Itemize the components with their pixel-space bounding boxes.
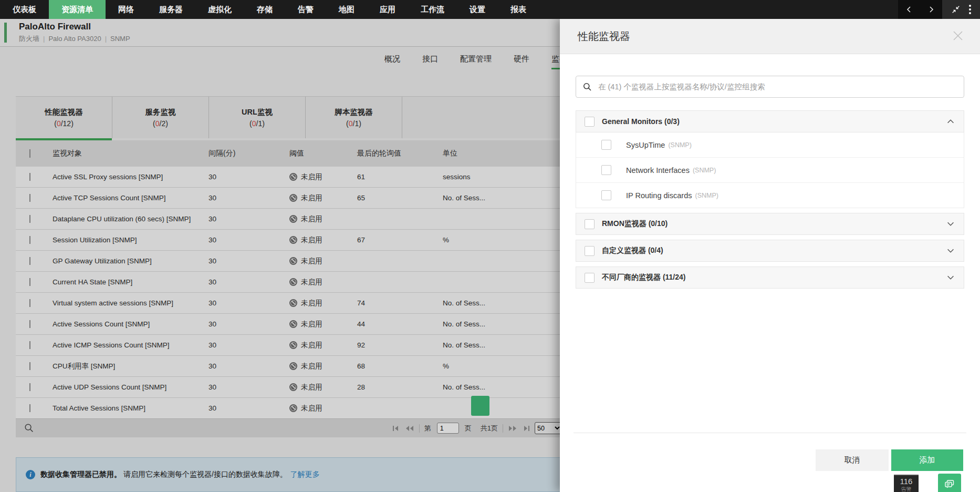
nav-icon-block	[942, 0, 980, 19]
monitor-group: 自定义监视器 (0/4)	[576, 240, 964, 262]
monitor-group: RMON监视器 (0/10)	[576, 213, 964, 235]
monitor-item-checkbox[interactable]	[601, 165, 611, 175]
kebab-menu-icon[interactable]	[969, 5, 971, 14]
close-icon	[951, 29, 965, 43]
nav-item[interactable]: 报表	[498, 0, 539, 19]
monitor-search	[576, 76, 964, 98]
chevron-down-icon[interactable]	[946, 219, 955, 229]
top-nav: 仪表板资源清单网络服务器虚拟化存储告警地图应用工作流设置报表	[0, 0, 980, 19]
monitor-group-header[interactable]: 不同厂商的监视器 (11/24)	[576, 266, 964, 289]
monitor-group-header[interactable]: General Monitors (0/3)	[576, 110, 964, 132]
monitor-groups: General Monitors (0/3)SysUpTime(SNMP)Net…	[576, 110, 964, 293]
group-label: 自定义监视器 (0/4)	[602, 246, 946, 255]
monitor-item-name: IP Routing discards	[626, 191, 692, 200]
add-button[interactable]: 添加	[891, 449, 963, 471]
nav-item[interactable]: 地图	[326, 0, 367, 19]
group-items: SysUpTime(SNMP)Network Interfaces(SNMP)I…	[576, 132, 964, 208]
cancel-button[interactable]: 取消	[816, 449, 889, 471]
monitor-item-checkbox[interactable]	[601, 140, 611, 150]
nav-forward-button[interactable]	[920, 0, 942, 19]
panel-header: 性能监视器	[560, 19, 980, 54]
nav-item[interactable]: 虚拟化	[195, 0, 244, 19]
screen: 仪表板资源清单网络服务器虚拟化存储告警地图应用工作流设置报表 PaloAlto …	[0, 0, 980, 492]
group-label: 不同厂商的监视器 (11/24)	[602, 273, 946, 282]
nav-item[interactable]: 资源清单	[49, 0, 106, 19]
monitor-group: General Monitors (0/3)SysUpTime(SNMP)Net…	[576, 110, 964, 208]
chevron-down-icon[interactable]	[946, 273, 955, 282]
monitor-group-header[interactable]: RMON监视器 (0/10)	[576, 213, 964, 235]
monitor-item[interactable]: IP Routing discards(SNMP)	[576, 183, 964, 208]
nav-item[interactable]: 服务器	[147, 0, 195, 19]
nav-item[interactable]: 工作流	[408, 0, 457, 19]
chevron-left-icon	[905, 6, 913, 13]
chevron-up-icon[interactable]	[946, 117, 955, 126]
nav-item[interactable]: 存储	[244, 0, 285, 19]
chevron-right-icon	[927, 6, 935, 13]
monitor-item[interactable]: SysUpTime(SNMP)	[576, 132, 964, 158]
nav-item[interactable]: 告警	[285, 0, 326, 19]
search-icon	[583, 83, 592, 91]
alarm-label: 告警	[894, 486, 919, 492]
collapse-screen-icon[interactable]	[951, 5, 961, 14]
monitor-item-protocol: (SNMP)	[668, 141, 691, 149]
close-button[interactable]	[948, 26, 967, 45]
nav-right-controls	[898, 0, 980, 19]
main-nav: 仪表板资源清单网络服务器虚拟化存储告警地图应用工作流设置报表	[0, 0, 539, 19]
monitor-search-input[interactable]	[597, 82, 964, 91]
chat-button[interactable]	[938, 474, 961, 492]
group-label: General Monitors (0/3)	[602, 117, 946, 126]
monitor-group: 不同厂商的监视器 (11/24)	[576, 266, 964, 289]
panel-title: 性能监视器	[578, 29, 630, 44]
panel-divider	[574, 433, 966, 433]
monitor-item[interactable]: Network Interfaces(SNMP)	[576, 158, 964, 183]
chat-icon	[944, 479, 955, 489]
group-checkbox[interactable]	[585, 117, 595, 127]
group-label: RMON监视器 (0/10)	[602, 219, 946, 229]
group-checkbox[interactable]	[585, 219, 595, 229]
chevron-down-icon[interactable]	[946, 246, 955, 255]
monitor-item-protocol: (SNMP)	[695, 192, 718, 199]
monitor-item-protocol: (SNMP)	[693, 167, 716, 174]
nav-item[interactable]: 设置	[457, 0, 498, 19]
monitor-item-checkbox[interactable]	[601, 190, 611, 200]
nav-back-button[interactable]	[898, 0, 920, 19]
nav-item[interactable]: 应用	[367, 0, 408, 19]
monitor-group-header[interactable]: 自定义监视器 (0/4)	[576, 240, 964, 262]
group-checkbox[interactable]	[585, 246, 595, 256]
performance-monitor-panel: 性能监视器 General Monitors (0/3)SysUpTime(SN…	[560, 19, 980, 492]
alarm-count: 116	[894, 477, 919, 486]
monitor-item-name: SysUpTime	[626, 141, 665, 149]
alarm-count-badge[interactable]: 116 告警	[894, 475, 919, 492]
group-checkbox[interactable]	[585, 273, 595, 283]
nav-item[interactable]: 网络	[106, 0, 147, 19]
nav-item[interactable]: 仪表板	[0, 0, 49, 19]
monitor-item-name: Network Interfaces	[626, 166, 690, 175]
